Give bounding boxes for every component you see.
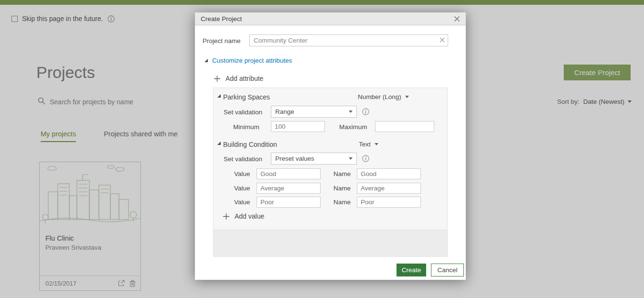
value-label: Value	[234, 185, 250, 192]
project-name-label: Project name	[203, 37, 241, 44]
attribute-name: Building Condition	[223, 141, 277, 148]
customize-attributes-label: Customize project attributes	[212, 57, 292, 64]
name-label: Name	[333, 199, 351, 206]
create-button[interactable]: Create	[397, 264, 426, 276]
maximum-label: Maximum	[339, 123, 367, 131]
name-label: Name	[333, 170, 351, 177]
add-value-label: Add value	[235, 212, 264, 220]
validation-value: Range	[275, 108, 294, 115]
add-value-button[interactable]: Add value	[223, 212, 264, 220]
preset-name-input[interactable]	[357, 168, 421, 179]
expand-collapse-icon[interactable]	[217, 94, 221, 98]
attribute-type-dropdown[interactable]: Text	[359, 141, 378, 148]
set-validation-label: Set validation	[224, 109, 262, 116]
minimum-label: Minimum	[233, 123, 259, 131]
validation-select[interactable]: Preset values	[271, 153, 357, 165]
panel-footer	[214, 230, 447, 256]
attribute-type-value: Number (Long)	[358, 93, 401, 100]
chevron-down-icon	[349, 110, 353, 113]
validation-select[interactable]: Range	[271, 106, 357, 118]
maximum-input[interactable]	[375, 121, 434, 132]
attribute-type-value: Text	[359, 141, 371, 148]
plus-icon	[214, 76, 220, 82]
modal-header: Create Project	[195, 12, 466, 25]
value-label: Value	[234, 170, 250, 177]
preset-name-input[interactable]	[357, 183, 421, 194]
clear-input-icon[interactable]	[440, 37, 445, 43]
attribute-name: Parking Spaces	[223, 93, 270, 101]
expand-collapse-icon[interactable]	[217, 142, 221, 145]
customize-attributes-toggle[interactable]: Customize project attributes	[204, 57, 292, 64]
add-attribute-label: Add attribute	[225, 75, 263, 82]
screen: Skip this page in the future. Projects C…	[0, 0, 644, 298]
chevron-down-icon	[375, 143, 378, 145]
attributes-panel: Parking Spaces Number (Long) Set validat…	[213, 88, 448, 257]
project-name-input[interactable]	[249, 34, 448, 46]
cancel-button[interactable]: Cancel	[431, 264, 464, 276]
preset-name-input[interactable]	[357, 197, 421, 208]
close-icon[interactable]	[453, 15, 461, 23]
set-validation-label: Set validation	[224, 155, 262, 163]
preset-value-input[interactable]	[257, 183, 321, 194]
chevron-down-icon	[405, 96, 409, 98]
add-attribute-button[interactable]: Add attribute	[214, 75, 263, 82]
info-icon[interactable]	[362, 155, 369, 162]
minimum-input[interactable]	[271, 121, 325, 132]
info-icon[interactable]	[362, 108, 369, 115]
preset-value-input[interactable]	[257, 197, 321, 208]
value-label: Value	[234, 199, 250, 206]
preset-value-input[interactable]	[257, 168, 321, 179]
plus-icon	[223, 213, 229, 220]
create-project-modal: Create Project Project name Customize pr…	[195, 12, 466, 280]
attribute-type-dropdown[interactable]: Number (Long)	[358, 93, 409, 100]
chevron-down-icon	[349, 157, 353, 160]
name-label: Name	[333, 185, 351, 192]
validation-value: Preset values	[275, 155, 314, 162]
project-name-field	[249, 34, 448, 46]
expand-collapse-icon	[204, 59, 208, 62]
modal-title: Create Project	[201, 15, 242, 22]
